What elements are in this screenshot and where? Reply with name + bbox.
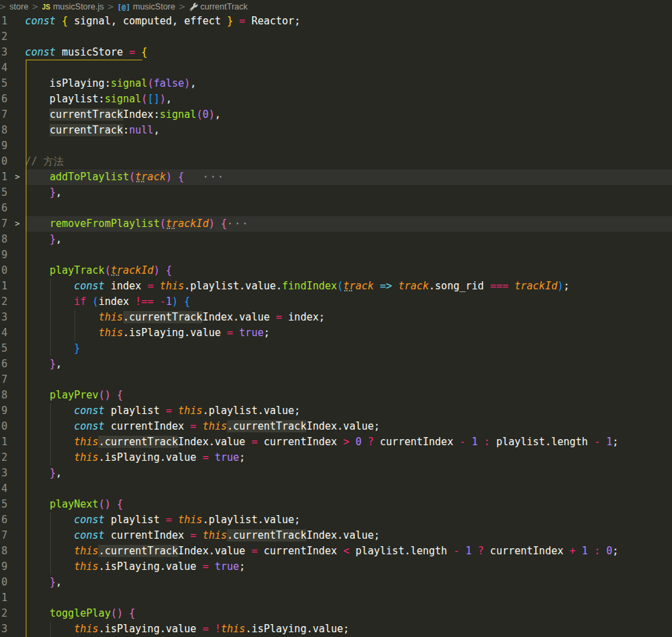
- code-line[interactable]: 8 playPrev() {: [0, 388, 672, 403]
- code-line[interactable]: 0 playTrack(trackId) {: [0, 263, 672, 279]
- code-line[interactable]: 4: [0, 481, 672, 497]
- line-number[interactable]: 5: [0, 185, 7, 201]
- code-line[interactable]: 2 if (index !== -1) {: [0, 294, 672, 310]
- line-number[interactable]: 9: [0, 403, 7, 419]
- line-number[interactable]: 3: [0, 310, 7, 325]
- code-line[interactable]: 2: [0, 29, 672, 45]
- code-token: this: [178, 514, 203, 526]
- code-line[interactable]: 8 this.currentTrackIndex.value = current…: [0, 543, 672, 559]
- line-number[interactable]: 5: [0, 341, 7, 356]
- code-line[interactable]: 5 },: [0, 185, 672, 201]
- line-number[interactable]: 0: [0, 154, 7, 169]
- line-number[interactable]: 2: [0, 606, 7, 621]
- breadcrumb-item-symbol-object[interactable]: [@] musicStore: [117, 2, 175, 12]
- line-number[interactable]: 0: [0, 575, 7, 590]
- code-token: [209, 451, 215, 464]
- code-line[interactable]: 1: [0, 590, 672, 606]
- code-line[interactable]: 4 this.isPlaying.value = true;: [0, 325, 672, 341]
- code-line[interactable]: 6: [0, 201, 672, 216]
- code-line[interactable]: 6 const playlist = this.playlist.value;: [0, 512, 672, 528]
- code-line[interactable]: 3const musicStore = {: [0, 45, 672, 60]
- code-line[interactable]: 0// 方法: [0, 154, 672, 169]
- code-token: ): [209, 218, 215, 230]
- code-line[interactable]: 1 const index = this.playlist.value.find…: [0, 279, 672, 294]
- code-line[interactable]: 9 const playlist = this.playlist.value;: [0, 403, 672, 419]
- code-line[interactable]: 7 const currentIndex = this.currentTrack…: [0, 528, 672, 543]
- line-number[interactable]: 6: [0, 201, 7, 216]
- code-line[interactable]: 5 playNext() {: [0, 497, 672, 512]
- fold-chevron-icon[interactable]: >: [15, 216, 24, 232]
- line-number[interactable]: 6: [0, 91, 7, 107]
- code-line[interactable]: 9: [0, 247, 672, 263]
- code-line[interactable]: 4: [0, 60, 672, 76]
- code-line[interactable]: 3 this.isPlaying.value = !this.isPlaying…: [0, 621, 672, 637]
- line-number[interactable]: 3: [0, 45, 7, 60]
- code-line[interactable]: 3 },: [0, 466, 672, 481]
- line-number[interactable]: 1: [0, 279, 7, 294]
- code-line[interactable]: 2 togglePlay() {: [0, 606, 672, 621]
- line-number[interactable]: 3: [0, 466, 7, 481]
- line-number[interactable]: 1: [0, 590, 7, 606]
- line-number[interactable]: 3: [0, 621, 7, 637]
- breadcrumb-item-file[interactable]: JS musicStore.js: [42, 2, 104, 12]
- code-line[interactable]: 7 currentTrackIndex:signal(0),: [0, 107, 672, 123]
- code-line[interactable]: 5 isPlaying:signal(false),: [0, 76, 672, 91]
- line-number[interactable]: 7: [0, 372, 7, 388]
- line-number[interactable]: 7: [0, 107, 7, 123]
- code-token: }: [49, 467, 56, 479]
- line-number[interactable]: 7: [0, 528, 7, 543]
- code-line[interactable]: 9 this.isPlaying.value = true;: [0, 559, 672, 575]
- code-line[interactable]: 8 },: [0, 232, 672, 247]
- code-line[interactable]: 2 this.isPlaying.value = true;: [0, 450, 672, 466]
- code-token: addToPlaylist: [49, 171, 129, 183]
- code-token: .isPlaying.value: [123, 327, 228, 339]
- code-token: const: [25, 46, 56, 58]
- line-number[interactable]: 1: [0, 434, 7, 450]
- code-line[interactable]: 8 currentTrack:null,: [0, 123, 672, 138]
- line-number[interactable]: 8: [0, 543, 7, 559]
- breadcrumb-item-symbol-property[interactable]: currentTrack: [189, 2, 248, 12]
- code-line[interactable]: 7> removeFromPlaylist(trackId) {···: [0, 216, 672, 232]
- code-text: const index = this.playlist.value.findIn…: [25, 279, 570, 294]
- code-line[interactable]: 0 const currentIndex = this.currentTrack…: [0, 419, 672, 434]
- code-token: index: [104, 280, 147, 292]
- code-line[interactable]: 6 },: [0, 356, 672, 372]
- line-number[interactable]: 0: [0, 263, 7, 279]
- line-number[interactable]: 8: [0, 388, 7, 403]
- fold-chevron-icon[interactable]: >: [15, 169, 24, 185]
- line-number[interactable]: 4: [0, 481, 7, 497]
- line-number[interactable]: 4: [0, 60, 7, 76]
- line-number[interactable]: 2: [0, 29, 7, 45]
- code-line[interactable]: 1> addToPlaylist(track) { ···: [0, 169, 672, 185]
- line-number[interactable]: 9: [0, 247, 7, 263]
- line-number[interactable]: 1: [0, 14, 7, 29]
- code-token: index: [98, 295, 135, 308]
- line-number[interactable]: 5: [0, 76, 7, 91]
- line-number[interactable]: 8: [0, 232, 7, 247]
- editor-pane[interactable]: 1const { signal, computed, effect } = Re…: [0, 14, 672, 637]
- code-line[interactable]: 6 playlist:signal([]),: [0, 91, 672, 107]
- code-token: Index.value: [178, 545, 251, 557]
- line-number[interactable]: 0: [0, 419, 7, 434]
- code-line[interactable]: 5 }: [0, 341, 672, 356]
- breadcrumb-item-store[interactable]: store: [9, 2, 28, 12]
- line-number[interactable]: 6: [0, 356, 7, 372]
- line-number[interactable]: 8: [0, 123, 7, 138]
- line-number[interactable]: 5: [0, 497, 7, 512]
- line-number[interactable]: 6: [0, 512, 7, 528]
- line-number[interactable]: 2: [0, 450, 7, 466]
- code-line[interactable]: 0 },: [0, 575, 672, 590]
- line-number[interactable]: 9: [0, 559, 7, 575]
- code-line[interactable]: 9: [0, 138, 672, 154]
- breadcrumb-label: store: [9, 2, 28, 12]
- line-number[interactable]: 1: [0, 169, 7, 185]
- line-number[interactable]: 4: [0, 325, 7, 341]
- code-line[interactable]: 1 this.currentTrackIndex.value = current…: [0, 434, 672, 450]
- code-line[interactable]: 3 this.currentTrackIndex.value = index;: [0, 310, 672, 325]
- code-line[interactable]: 7: [0, 372, 672, 388]
- code-line[interactable]: 1const { signal, computed, effect } = Re…: [0, 14, 672, 29]
- line-number[interactable]: 7: [0, 216, 7, 232]
- code-token: [123, 607, 129, 619]
- line-number[interactable]: 2: [0, 294, 7, 310]
- line-number[interactable]: 9: [0, 138, 7, 154]
